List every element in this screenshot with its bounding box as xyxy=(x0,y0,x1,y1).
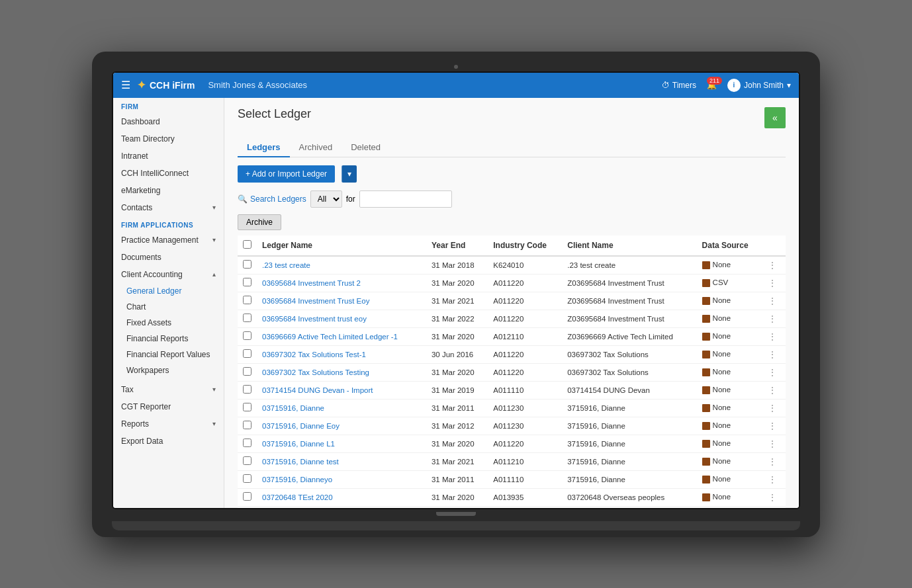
select-all-checkbox[interactable] xyxy=(243,240,251,249)
sidebar-sub-item-financial-reports[interactable]: Financial Reports xyxy=(113,331,224,347)
cell-industry-code: A011220 xyxy=(488,292,562,310)
cell-client-name: .23 test create xyxy=(562,256,696,274)
sidebar-item-cgt-reporter[interactable]: CGT Reporter xyxy=(113,398,224,415)
cell-client-name: 03714154 DUNG Devan xyxy=(562,381,696,399)
sidebar-sub-item-general-ledger[interactable]: General Ledger xyxy=(113,283,224,299)
row-menu-icon[interactable]: ⋮ xyxy=(768,439,777,449)
table-row: 03695684 Investment Trust 2 31 Mar 2020 … xyxy=(238,274,786,292)
table-row: 03715916, Dianne test 31 Mar 2021 A01121… xyxy=(238,452,786,470)
row-checkbox-8[interactable] xyxy=(243,403,251,411)
firm-name: Smith Jones & Associates xyxy=(208,80,661,90)
row-menu-icon[interactable]: ⋮ xyxy=(768,278,777,288)
add-import-ledger-dropdown-button[interactable]: ▾ xyxy=(342,165,357,183)
sidebar-item-practice-management[interactable]: Practice Management ▾ xyxy=(113,231,224,249)
cell-industry-code: A011230 xyxy=(488,399,562,417)
cell-client-name: Z03696669 Active Tech Limited xyxy=(562,327,696,345)
sidebar-item-dashboard[interactable]: Dashboard xyxy=(113,113,224,130)
row-menu-icon[interactable]: ⋮ xyxy=(768,260,777,271)
row-checkbox-6[interactable] xyxy=(243,367,251,376)
row-menu-icon[interactable]: ⋮ xyxy=(768,456,777,467)
cell-client-name: 03722271 Sedco Engineering xyxy=(562,506,696,508)
table-row: 03722271 Sedco Engineering 31 Mar 2021 A… xyxy=(238,506,786,508)
table-row: 03715916, Dianne L1 31 Mar 2020 A011220 … xyxy=(238,435,786,452)
clock-icon: ⏱ xyxy=(662,81,670,90)
back-button[interactable]: « xyxy=(764,107,786,128)
tab-deleted[interactable]: Deleted xyxy=(342,138,390,157)
sidebar-sub-item-fixed-assets[interactable]: Fixed Assets xyxy=(113,315,224,331)
row-menu-icon[interactable]: ⋮ xyxy=(768,403,777,413)
cell-client-name: 3715916, Dianne xyxy=(562,417,696,435)
row-menu-icon[interactable]: ⋮ xyxy=(768,421,777,431)
sidebar-item-team-directory[interactable]: Team Directory xyxy=(113,130,224,147)
contacts-chevron-icon: ▾ xyxy=(212,204,216,211)
cell-ledger-name: 03695684 Investment Trust 2 xyxy=(257,274,426,292)
sidebar-sub-item-financial-report-values[interactable]: Financial Report Values xyxy=(113,347,224,362)
tab-archived[interactable]: Archived xyxy=(290,138,342,157)
cell-industry-code: A012110 xyxy=(488,327,562,345)
cell-year-end: 31 Mar 2011 xyxy=(426,470,488,488)
sidebar-item-export-data[interactable]: Export Data xyxy=(113,433,224,450)
row-checkbox-13[interactable] xyxy=(243,492,251,501)
hamburger-icon[interactable]: ☰ xyxy=(121,79,130,91)
row-menu-icon[interactable]: ⋮ xyxy=(768,349,777,360)
archive-button[interactable]: Archive xyxy=(238,214,281,230)
row-checkbox-4[interactable] xyxy=(243,331,251,340)
table-row: 03696669 Active Tech Limited Ledger -1 3… xyxy=(238,327,786,345)
for-label: for xyxy=(346,194,355,204)
row-checkbox-11[interactable] xyxy=(243,456,251,465)
cell-data-source: None xyxy=(697,452,763,470)
sidebar-sub-item-workpapers[interactable]: Workpapers xyxy=(113,362,224,378)
row-checkbox-5[interactable] xyxy=(243,349,251,358)
sidebar-item-cch-intelliconnect[interactable]: CCH IntelliConnect xyxy=(113,165,224,182)
sidebar-item-intranet[interactable]: Intranet xyxy=(113,147,224,165)
row-checkbox-9[interactable] xyxy=(243,421,251,429)
sidebar-section-firm: FIRM xyxy=(113,98,224,113)
sidebar-item-tax[interactable]: Tax ▾ xyxy=(113,381,224,398)
sidebar-item-emarketing[interactable]: eMarketing xyxy=(113,182,224,199)
cell-client-name: Z03695684 Investment Trust xyxy=(562,310,696,327)
row-checkbox-2[interactable] xyxy=(243,296,251,304)
sidebar-sub-item-chart[interactable]: Chart xyxy=(113,299,224,315)
cell-data-source: None xyxy=(697,327,763,345)
row-checkbox-10[interactable] xyxy=(243,439,251,447)
notifications-button[interactable]: 🔔 211 xyxy=(707,81,717,90)
row-menu-icon[interactable]: ⋮ xyxy=(768,492,777,503)
row-menu-icon[interactable]: ⋮ xyxy=(768,474,777,485)
cell-industry-code: A011220 xyxy=(488,363,562,381)
row-checkbox-7[interactable] xyxy=(243,385,251,394)
cell-year-end: 31 Mar 2020 xyxy=(426,488,488,506)
search-filter-select[interactable]: All xyxy=(310,190,342,208)
row-menu-icon[interactable]: ⋮ xyxy=(768,331,777,342)
sidebar-item-documents[interactable]: Documents xyxy=(113,249,224,266)
search-input[interactable] xyxy=(359,190,452,208)
cell-client-name: Z03695684 Investment Trust xyxy=(562,292,696,310)
add-import-ledger-button[interactable]: + Add or Import Ledger xyxy=(238,165,335,183)
user-name: John Smith xyxy=(744,81,784,90)
row-checkbox-12[interactable] xyxy=(243,474,251,483)
cell-year-end: 31 Mar 2022 xyxy=(426,310,488,327)
cell-client-name: 3715916, Dianne xyxy=(562,470,696,488)
row-menu-icon[interactable]: ⋮ xyxy=(768,367,777,378)
row-checkbox-1[interactable] xyxy=(243,278,251,286)
table-row: 03715916, Dianneyo 31 Mar 2011 A011110 3… xyxy=(238,470,786,488)
row-menu-icon[interactable]: ⋮ xyxy=(768,296,777,306)
row-menu-icon[interactable]: ⋮ xyxy=(768,314,777,324)
cell-year-end: 31 Mar 2018 xyxy=(426,256,488,274)
brand-star-icon: ✦ xyxy=(137,79,146,91)
cell-industry-code: K624010 xyxy=(488,256,562,274)
ledger-table: Ledger Name Year End Industry Code Clien… xyxy=(238,235,786,508)
table-row: 03695684 Investment trust eoy 31 Mar 202… xyxy=(238,310,786,327)
cell-ledger-name: 03715916, Dianne test xyxy=(257,452,426,470)
row-menu-icon[interactable]: ⋮ xyxy=(768,385,777,396)
cell-year-end: 31 Mar 2011 xyxy=(426,399,488,417)
sidebar-item-client-accounting[interactable]: Client Accounting ▴ xyxy=(113,266,224,283)
user-menu-button[interactable]: i John Smith ▾ xyxy=(727,79,791,92)
sidebar-item-contacts[interactable]: Contacts ▾ xyxy=(113,199,224,216)
practice-chevron-icon: ▾ xyxy=(212,236,216,243)
cell-industry-code: A013935 xyxy=(488,488,562,506)
timers-button[interactable]: ⏱ Timers xyxy=(662,81,696,90)
row-checkbox-3[interactable] xyxy=(243,314,251,322)
row-checkbox-0[interactable] xyxy=(243,260,251,269)
sidebar-item-reports[interactable]: Reports ▾ xyxy=(113,415,224,433)
tab-ledgers[interactable]: Ledgers xyxy=(238,138,290,157)
